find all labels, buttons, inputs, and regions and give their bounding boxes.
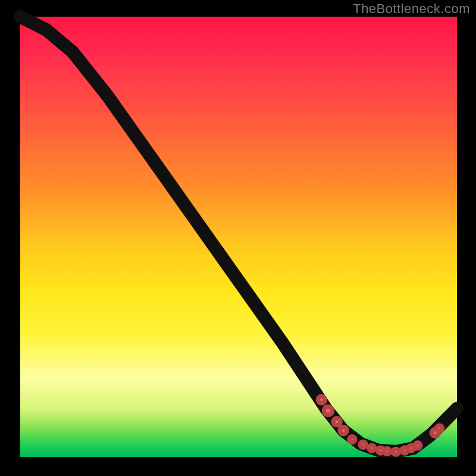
curve-marker — [324, 406, 332, 415]
curve-marker — [415, 443, 421, 449]
curve-marker — [384, 448, 390, 454]
curve-marker — [437, 425, 443, 431]
curve-marker — [369, 445, 375, 451]
curve-svg — [20, 17, 457, 457]
attribution-text: TheBottleneck.com — [353, 1, 470, 17]
curve-marker — [349, 436, 355, 442]
chart-container: TheBottleneck.com — [0, 0, 476, 476]
curve-marker — [393, 449, 399, 455]
curve-marker — [318, 396, 325, 403]
curve-marker — [333, 418, 340, 425]
bottleneck-curve — [20, 17, 457, 452]
curve-marker — [340, 427, 347, 434]
curve-marker — [360, 441, 366, 447]
plot-area — [20, 17, 457, 457]
